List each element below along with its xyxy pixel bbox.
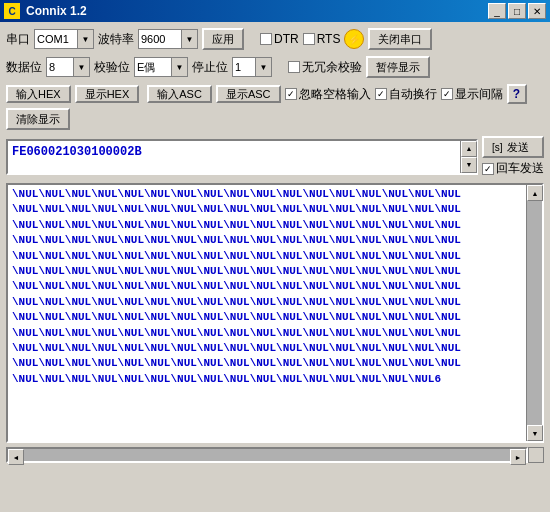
- output-scroll-h-row: ◄ ►: [6, 447, 544, 463]
- output-line: \NUL\NUL\NUL\NUL\NUL\NUL\NUL\NUL\NUL\NUL…: [12, 295, 522, 310]
- send-label: 发送: [507, 140, 529, 155]
- send-button[interactable]: [s] 发送: [482, 136, 544, 158]
- output-line: \NUL\NUL\NUL\NUL\NUL\NUL\NUL\NUL\NUL\NUL…: [12, 187, 522, 202]
- output-line: \NUL\NUL\NUL\NUL\NUL\NUL\NUL\NUL\NUL\NUL…: [12, 341, 522, 356]
- enter-send-label: 回车发送: [496, 160, 544, 177]
- output-line: \NUL\NUL\NUL\NUL\NUL\NUL\NUL\NUL\NUL\NUL…: [12, 310, 522, 325]
- ignore-space-group: 忽略空格输入: [285, 86, 371, 103]
- data-bits-label: 数据位: [6, 59, 42, 76]
- rts-checkbox[interactable]: [303, 33, 315, 45]
- port-combo[interactable]: COM1 ▼: [34, 29, 94, 49]
- output-content: \NUL\NUL\NUL\NUL\NUL\NUL\NUL\NUL\NUL\NUL…: [8, 185, 526, 441]
- show-asc-button[interactable]: 显示ASC: [216, 85, 281, 103]
- auto-newline-label: 自动换行: [389, 86, 437, 103]
- baud-label: 波特率: [98, 31, 134, 48]
- parity-arrow[interactable]: ▼: [171, 58, 187, 76]
- maximize-button[interactable]: □: [508, 3, 526, 19]
- show-interval-checkbox[interactable]: [441, 88, 453, 100]
- stop-bits-value: 1: [233, 61, 255, 73]
- dtr-checkbox[interactable]: [260, 33, 272, 45]
- data-bits-value: 8: [47, 61, 73, 73]
- output-line: \NUL\NUL\NUL\NUL\NUL\NUL\NUL\NUL\NUL\NUL…: [12, 279, 522, 294]
- dtr-group: DTR: [260, 32, 299, 46]
- no-remainder-checkbox[interactable]: [288, 61, 300, 73]
- port-value: COM1: [35, 33, 77, 45]
- output-line: \NUL\NUL\NUL\NUL\NUL\NUL\NUL\NUL\NUL\NUL…: [12, 372, 522, 387]
- input-send-row: ▲ ▼ [s] 发送 回车发送: [4, 134, 546, 179]
- app-title: Connix 1.2: [26, 4, 87, 18]
- output-line: \NUL\NUL\NUL\NUL\NUL\NUL\NUL\NUL\NUL\NUL…: [12, 249, 522, 264]
- baud-value: 9600: [139, 33, 181, 45]
- no-remainder-label: 无冗余校验: [302, 59, 362, 76]
- output-area-container: \NUL\NUL\NUL\NUL\NUL\NUL\NUL\NUL\NUL\NUL…: [6, 183, 544, 443]
- output-scroll-v: ▲ ▼: [526, 185, 542, 441]
- output-line: \NUL\NUL\NUL\NUL\NUL\NUL\NUL\NUL\NUL\NUL…: [12, 264, 522, 279]
- parity-value: E偶: [135, 60, 171, 75]
- output-scroll-up[interactable]: ▲: [527, 185, 543, 201]
- parity-label: 校验位: [94, 59, 130, 76]
- baud-combo-arrow[interactable]: ▼: [181, 30, 197, 48]
- output-scroll-left[interactable]: ◄: [8, 449, 24, 465]
- rts-group: RTS: [303, 32, 341, 46]
- scroll-corner: [528, 447, 544, 463]
- output-line: \NUL\NUL\NUL\NUL\NUL\NUL\NUL\NUL\NUL\NUL…: [12, 202, 522, 217]
- rts-label: RTS: [317, 32, 341, 46]
- toolbar-row-1: 串口 COM1 ▼ 波特率 9600 ▼ 应用 DTR RTS ⚡ 关闭串口: [4, 26, 546, 52]
- output-hscroll-track: [24, 449, 510, 461]
- apply-button[interactable]: 应用: [202, 28, 244, 50]
- port-combo-arrow[interactable]: ▼: [77, 30, 93, 48]
- stop-bits-arrow[interactable]: ▼: [255, 58, 271, 76]
- no-remainder-group: 无冗余校验: [288, 59, 362, 76]
- dtr-label: DTR: [274, 32, 299, 46]
- port-label: 串口: [6, 31, 30, 48]
- input-scroll-v: ▲ ▼: [460, 141, 476, 173]
- input-scroll-up[interactable]: ▲: [461, 141, 477, 157]
- signal-icon: ⚡: [344, 29, 364, 49]
- auto-newline-checkbox[interactable]: [375, 88, 387, 100]
- close-button[interactable]: ✕: [528, 3, 546, 19]
- parity-combo[interactable]: E偶 ▼: [134, 57, 188, 77]
- auto-newline-group: 自动换行: [375, 86, 437, 103]
- hex-input[interactable]: [8, 141, 460, 163]
- enter-send-checkbox[interactable]: [482, 163, 494, 175]
- output-scroll-down[interactable]: ▼: [527, 425, 543, 441]
- input-scroll-down[interactable]: ▼: [461, 157, 477, 173]
- output-scroll-right[interactable]: ►: [510, 449, 526, 465]
- title-bar: C Connix 1.2 _ □ ✕: [0, 0, 550, 22]
- output-line: \NUL\NUL\NUL\NUL\NUL\NUL\NUL\NUL\NUL\NUL…: [12, 218, 522, 233]
- show-interval-label: 显示间隔: [455, 86, 503, 103]
- toolbar-row-3: 输入HEX 显示HEX 输入ASC 显示ASC 忽略空格输入 自动换行 显示间隔…: [4, 82, 546, 132]
- enter-send-group: 回车发送: [482, 160, 544, 177]
- minimize-button[interactable]: _: [488, 3, 506, 19]
- input-hex-button[interactable]: 输入HEX: [6, 85, 71, 103]
- send-icon: [s]: [492, 142, 503, 153]
- data-bits-arrow[interactable]: ▼: [73, 58, 89, 76]
- stop-bits-combo[interactable]: 1 ▼: [232, 57, 272, 77]
- help-button[interactable]: ?: [507, 84, 527, 104]
- data-bits-combo[interactable]: 8 ▼: [46, 57, 90, 77]
- output-line: \NUL\NUL\NUL\NUL\NUL\NUL\NUL\NUL\NUL\NUL…: [12, 356, 522, 371]
- send-controls: [s] 发送 回车发送: [482, 136, 544, 177]
- output-scroll-track: [527, 201, 542, 425]
- show-hex-button[interactable]: 显示HEX: [75, 85, 140, 103]
- baud-combo[interactable]: 9600 ▼: [138, 29, 198, 49]
- app-icon: C: [4, 3, 20, 19]
- output-line: \NUL\NUL\NUL\NUL\NUL\NUL\NUL\NUL\NUL\NUL…: [12, 233, 522, 248]
- ignore-space-label: 忽略空格输入: [299, 86, 371, 103]
- output-line: \NUL\NUL\NUL\NUL\NUL\NUL\NUL\NUL\NUL\NUL…: [12, 326, 522, 341]
- close-port-button[interactable]: 关闭串口: [368, 28, 432, 50]
- hex-input-container: ▲ ▼: [6, 139, 478, 175]
- pause-display-button[interactable]: 暂停显示: [366, 56, 430, 78]
- toolbar-row-2: 数据位 8 ▼ 校验位 E偶 ▼ 停止位 1 ▼ 无冗余校验 暂停显示: [4, 54, 546, 80]
- stop-bits-label: 停止位: [192, 59, 228, 76]
- show-interval-group: 显示间隔: [441, 86, 503, 103]
- input-asc-button[interactable]: 输入ASC: [147, 85, 212, 103]
- window-body: 串口 COM1 ▼ 波特率 9600 ▼ 应用 DTR RTS ⚡ 关闭串口 数…: [0, 22, 550, 469]
- ignore-space-checkbox[interactable]: [285, 88, 297, 100]
- clear-display-button[interactable]: 清除显示: [6, 108, 70, 130]
